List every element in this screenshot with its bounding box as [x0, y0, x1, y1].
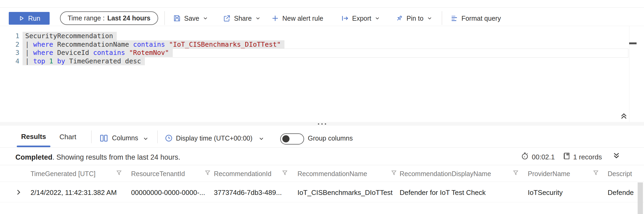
- chevron-down-icon: [427, 15, 433, 21]
- minimap-separator: [629, 26, 629, 122]
- active-tab-indicator: [17, 146, 50, 147]
- format-query-label: Format query: [461, 15, 501, 22]
- column-header-timegenerated[interactable]: TimeGenerated [UTC]: [31, 170, 96, 178]
- results-toolbar-separator: [157, 130, 158, 143]
- column-header-recommendationname[interactable]: RecommendationName: [297, 170, 367, 178]
- toolbar-separator: [165, 11, 165, 25]
- run-button[interactable]: Run: [9, 12, 50, 25]
- share-icon: [223, 14, 231, 22]
- query-editor[interactable]: 1 2 3 4 SecurityRecommendation | where R…: [0, 26, 644, 122]
- editor-results-splitter[interactable]: [0, 122, 644, 126]
- toggle-knob: [282, 135, 289, 142]
- log-analytics-query-page: Run Time range : Last 24 hours Save Shar…: [0, 0, 644, 214]
- format-query-icon: [450, 14, 458, 22]
- filter-icon[interactable]: [391, 169, 397, 176]
- run-label: Run: [28, 15, 40, 22]
- status-divider: [0, 165, 644, 165]
- time-range-button[interactable]: Time range : Last 24 hours: [60, 11, 158, 25]
- cell-description: Defende: [608, 189, 634, 197]
- query-line-4: | top 1 by TimeGenerated desc: [25, 57, 284, 65]
- minimap-marker: [629, 42, 637, 44]
- cell-timegenerated: 2/14/2022, 11:42:31.382 AM: [31, 189, 117, 197]
- columns-icon[interactable]: [99, 134, 108, 143]
- pin-to-button[interactable]: Pin to: [395, 12, 433, 25]
- pin-icon: [395, 14, 403, 22]
- tab-results[interactable]: Results: [17, 133, 50, 141]
- chevron-right-icon: [15, 189, 22, 196]
- filter-icon[interactable]: [282, 169, 288, 176]
- share-label: Share: [234, 15, 252, 22]
- export-button[interactable]: Export: [341, 12, 380, 25]
- query-line-2: | where RecommendationName contains "IoT…: [25, 40, 284, 49]
- tab-chart[interactable]: Chart: [59, 133, 76, 141]
- plus-icon: [271, 14, 279, 22]
- time-range-value: Last 24 hours: [107, 14, 150, 22]
- columns-button[interactable]: Columns: [112, 134, 138, 142]
- save-label: Save: [184, 15, 199, 22]
- query-status-message: Completed. Showing results from the last…: [15, 153, 180, 161]
- record-count: 1 records: [573, 153, 602, 161]
- top-divider: [0, 7, 644, 8]
- line-number-gutter: 1 2 3 4: [7, 32, 19, 65]
- export-label: Export: [352, 15, 371, 22]
- cell-recommendationname: IoT_CISBenchmarks_DIoTTest: [297, 189, 392, 197]
- column-header-recommendationid[interactable]: RecommendationId: [214, 170, 271, 178]
- line-number: 3: [7, 49, 19, 57]
- column-header-resourcetenantid[interactable]: ResourceTenantId: [131, 170, 185, 178]
- query-line-3: | where DeviceId contains "RotemNov": [25, 49, 284, 57]
- cell-recommendationid: 377374d6-7db3-489...: [214, 189, 282, 197]
- line-number: 2: [7, 40, 19, 49]
- expand-row-button[interactable]: [15, 189, 22, 197]
- column-header-providername[interactable]: ProviderName: [528, 170, 570, 178]
- query-line-1: SecurityRecommendation: [25, 32, 284, 40]
- filter-icon[interactable]: [116, 169, 122, 176]
- elapsed-time: 00:02.1: [532, 153, 555, 161]
- table-scrollbar[interactable]: [638, 182, 643, 214]
- new-alert-rule-label: New alert rule: [282, 15, 323, 22]
- cell-providername: IoTSecurity: [528, 189, 563, 197]
- toolbar-separator: [442, 11, 442, 25]
- cell-resourcetenantid: 00000000-0000-0000-...: [131, 189, 205, 197]
- column-header-recommendationdisplayname[interactable]: RecommendationDisplayName: [400, 170, 491, 178]
- clock-icon: [165, 134, 173, 142]
- time-range-label: Time range :: [68, 14, 105, 22]
- double-chevron-up-icon: [620, 112, 628, 120]
- filter-icon[interactable]: [593, 169, 599, 176]
- column-header-description[interactable]: Descript: [608, 170, 632, 178]
- chevron-down-icon: [142, 136, 149, 142]
- cell-recommendationdisplayname: Defender for IoT Test Check: [400, 189, 486, 197]
- filter-icon[interactable]: [204, 169, 211, 176]
- new-alert-rule-button[interactable]: New alert rule: [271, 12, 323, 25]
- chevron-down-icon: [255, 15, 261, 21]
- collapse-editor-button[interactable]: [619, 112, 628, 121]
- filter-icon[interactable]: [512, 169, 519, 176]
- status-completed: Completed: [15, 153, 53, 161]
- display-time-button[interactable]: Display time (UTC+00:00): [176, 134, 252, 142]
- line-number: 1: [7, 32, 19, 40]
- group-columns-toggle[interactable]: [280, 133, 304, 145]
- line-number: 4: [7, 57, 19, 65]
- expand-status-button[interactable]: [612, 151, 621, 161]
- records-icon: [562, 152, 570, 160]
- chevron-down-icon: [202, 15, 208, 21]
- results-toolbar-separator: [91, 130, 92, 143]
- chevron-down-icon: [258, 136, 265, 142]
- play-icon: [18, 15, 25, 22]
- stopwatch-icon: [521, 152, 529, 160]
- pin-to-label: Pin to: [407, 15, 423, 22]
- save-icon: [173, 14, 181, 22]
- query-code: SecurityRecommendation | where Recommend…: [25, 32, 284, 65]
- double-chevron-down-icon: [612, 151, 621, 160]
- row-divider: [0, 202, 644, 202]
- save-button[interactable]: Save: [173, 12, 208, 25]
- export-icon: [341, 14, 349, 22]
- header-divider: [0, 182, 644, 182]
- results-toolbar-divider: [0, 147, 644, 148]
- format-query-button[interactable]: Format query: [450, 12, 501, 25]
- group-columns-label: Group columns: [308, 134, 353, 142]
- chevron-down-icon: [374, 15, 380, 21]
- share-button[interactable]: Share: [223, 12, 261, 25]
